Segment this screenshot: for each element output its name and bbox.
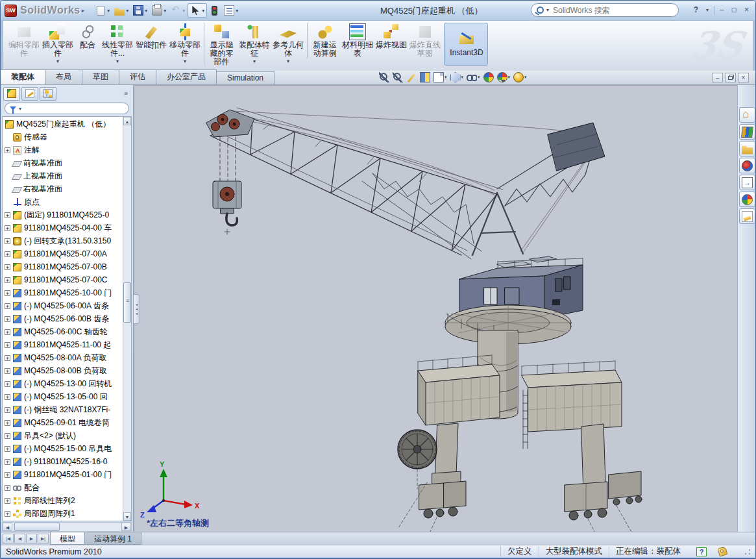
expand-toggle[interactable] [5, 446, 10, 452]
close-button[interactable]: × [742, 5, 751, 16]
view-toolbar-button[interactable]: ▾ [406, 71, 417, 83]
tree-item[interactable]: (-) MQ4525-15-00 吊具电 [3, 442, 123, 455]
ribbon-button[interactable]: Instant3D ▾ [444, 23, 488, 66]
task-pane-button[interactable] [739, 175, 755, 190]
sheet-tab[interactable]: 模型 [50, 532, 85, 545]
menu-expand-arrow-icon[interactable]: ▸ [82, 7, 85, 14]
minimize-button[interactable]: – [717, 5, 727, 16]
ribbon-tab[interactable]: 布局 [45, 69, 82, 84]
dropdown-arrow-icon[interactable]: ▾ [461, 75, 464, 80]
expand-toggle[interactable] [5, 316, 10, 322]
tree-item[interactable]: 吊具<2> (默认) [3, 429, 123, 442]
tree-item[interactable]: MQ4525-08-00B 负荷取 [3, 364, 123, 377]
expand-toggle[interactable] [5, 459, 10, 465]
dropdown-arrow-icon[interactable]: ▾ [56, 58, 59, 64]
expand-toggle[interactable] [5, 420, 10, 426]
panel-tab[interactable] [3, 87, 20, 101]
view-toolbar-button[interactable]: ▾ [483, 71, 494, 83]
sheet-nav-button[interactable]: ▶| [38, 534, 49, 543]
view-toolbar-button[interactable]: ▾ [419, 71, 431, 83]
tree-item[interactable]: 911801MQ4525-07-00B [3, 260, 123, 273]
ribbon-button[interactable]: 线性零部件... ▾ [101, 23, 134, 65]
ribbon-button[interactable]: 显示隐藏的零部件 ▾ [204, 23, 238, 67]
view-toolbar-button[interactable]: ▾ [496, 71, 511, 83]
expand-toggle[interactable] [5, 225, 10, 231]
task-pane-button[interactable] [739, 107, 755, 123]
tree-item[interactable]: (-) MQ4525-13-05-00 回 [3, 390, 123, 403]
dropdown-arrow-icon[interactable]: ▾ [184, 58, 186, 64]
expand-toggle[interactable] [5, 147, 10, 153]
ribbon-button[interactable]: 智能扣件 ▾ [134, 23, 168, 50]
ribbon-button[interactable]: 材料明细表 ▾ [341, 23, 374, 58]
sheet-nav-button[interactable]: |◀ [3, 534, 14, 543]
expand-toggle[interactable] [5, 394, 10, 400]
tree-item[interactable]: (-) MQ4525-06-00B 齿条 [3, 312, 123, 325]
expand-toggle[interactable] [5, 407, 10, 413]
tree-item[interactable]: (-) 回转支承(131.50.3150 [3, 234, 123, 247]
scroll-down-arrow-icon[interactable]: ▼ [123, 512, 131, 521]
sheet-nav-button[interactable]: ▶ [26, 534, 37, 543]
ribbon-button[interactable]: 新建运动算例 ▾ [307, 23, 341, 58]
quick-access-button[interactable]: ▾ [131, 4, 149, 17]
expand-toggle[interactable] [5, 498, 10, 504]
doc-close-button[interactable]: × [738, 73, 749, 82]
maximize-button[interactable]: □ [729, 5, 739, 16]
dropdown-arrow-icon[interactable]: ▾ [508, 75, 511, 80]
expand-toggle[interactable] [5, 277, 10, 283]
dropdown-arrow-icon[interactable]: ▾ [287, 58, 289, 64]
tree-horizontal-scrollbar[interactable]: ◀ ▶ [2, 522, 132, 532]
ribbon-button[interactable]: 装配体特征 ▾ [238, 23, 271, 65]
tree-root-item[interactable]: MQ4525门座起重机 （低） [3, 118, 123, 130]
quick-access-button[interactable]: ▾ [188, 3, 207, 18]
sheet-tab[interactable]: 运动算例 1 [84, 532, 141, 545]
tree-item[interactable]: MQ4525-06-00C 轴齿轮 [3, 325, 123, 338]
scroll-up-arrow-icon[interactable]: ▲ [123, 117, 131, 125]
doc-restore-button[interactable] [725, 73, 736, 82]
tree-item[interactable]: 911801MQ4525-11-00 起 [3, 338, 123, 351]
doc-minimize-button[interactable]: – [712, 73, 723, 82]
dropdown-arrow-icon[interactable]: ▾ [524, 75, 527, 80]
tree-item[interactable]: 911801MQ4525-10-00 门 [3, 286, 123, 299]
search-box[interactable]: ▾ [531, 3, 679, 17]
tree-item[interactable]: 911801MQ4525-04-00 车 [3, 221, 123, 234]
dropdown-arrow-icon[interactable]: ▾ [126, 8, 128, 14]
resize-grip[interactable] [744, 548, 751, 556]
panel-splitter-handle[interactable]: ◂◂◂ [134, 294, 140, 324]
task-pane-button[interactable] [739, 141, 755, 156]
help-dropdown-arrow-icon[interactable]: ▾ [703, 5, 711, 16]
dropdown-arrow-icon[interactable]: ▾ [236, 8, 238, 14]
graphics-viewport[interactable]: Y X Z ◂◂◂ *左右二等角轴测 [134, 85, 737, 532]
tree-item[interactable]: 传感器 [3, 130, 123, 143]
expand-toggle[interactable] [5, 511, 10, 517]
expand-toggle[interactable] [5, 355, 10, 361]
tree-item[interactable]: 911801MQ4525-07-00C [3, 273, 123, 286]
tree-item[interactable]: (-) 钢丝绳 32NAT18X7Fi- [3, 403, 123, 416]
tree-item[interactable]: 右视基准面 [3, 182, 123, 195]
dropdown-arrow-icon[interactable]: ▾ [116, 58, 119, 64]
tree-item[interactable]: (-) MQ4525-06-00A 齿条 [3, 299, 123, 312]
view-toolbar-button[interactable]: ▾ [378, 71, 390, 83]
view-toolbar-button[interactable]: ▾ [392, 71, 404, 83]
tree-item[interactable]: (固定) 911801MQ4525-0 [3, 208, 123, 221]
tags-icon[interactable] [718, 547, 728, 557]
quick-access-button[interactable]: ▾ [222, 4, 240, 17]
expand-toggle[interactable] [5, 342, 10, 348]
dropdown-arrow-icon[interactable]: ▾ [202, 8, 204, 14]
ribbon-button[interactable]: 参考几何体 ▾ [271, 23, 305, 65]
dropdown-arrow-icon[interactable]: ▾ [145, 8, 147, 14]
task-pane-button[interactable] [739, 158, 755, 173]
tree-item[interactable]: MQ4525-09-01 电缆卷筒 [3, 416, 123, 429]
scrollbar-thumb[interactable] [123, 282, 131, 323]
task-pane-button[interactable] [739, 208, 755, 224]
ribbon-button[interactable]: 移动零部件 ▾ [168, 23, 202, 65]
tree-item[interactable]: 上视基准面 [3, 169, 123, 182]
tree-item[interactable]: MQ4525-08-00A 负荷取 [3, 351, 123, 364]
dropdown-arrow-icon[interactable]: ▾ [107, 8, 110, 14]
ribbon-tab[interactable]: 草图 [82, 69, 119, 84]
expand-toggle[interactable] [5, 238, 10, 244]
tree-item[interactable]: 注解 [3, 143, 123, 156]
view-toolbar-button[interactable]: ▾ [450, 71, 465, 83]
ribbon-tab[interactable]: Simulation [216, 71, 274, 84]
scroll-right-arrow-icon[interactable]: ▶ [121, 523, 131, 531]
expand-toggle[interactable] [5, 472, 10, 478]
